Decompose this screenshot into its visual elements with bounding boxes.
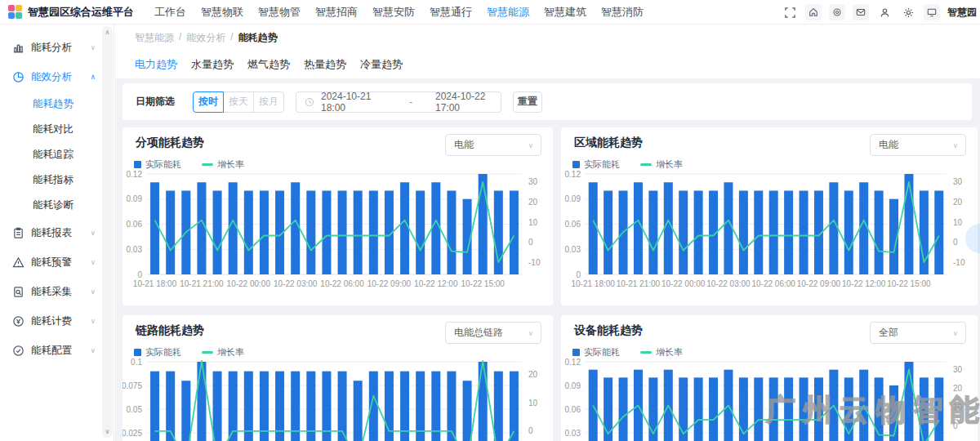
settings-icon[interactable] — [900, 4, 916, 20]
legend-bar-swatch — [572, 161, 580, 168]
pie-chart-icon — [11, 70, 24, 83]
legend-line-swatch — [640, 163, 652, 166]
chart-filter-dropdown[interactable]: 电能∨ — [445, 134, 541, 156]
date-start[interactable]: 2024-10-21 18:00 — [321, 91, 386, 114]
svg-text:10-22 12:00: 10-22 12:00 — [414, 279, 458, 288]
home-icon[interactable] — [805, 4, 822, 20]
sidebar-item-6[interactable]: 能耗配置∨ — [0, 336, 114, 365]
legend-label-line[interactable]: 增长率 — [656, 158, 683, 171]
sidebar-item-2[interactable]: 能耗报表∨ — [0, 218, 114, 247]
tab-3[interactable]: 热量趋势 — [304, 54, 346, 75]
breadcrumb-separator: / — [179, 31, 181, 45]
svg-text:0.03: 0.03 — [127, 245, 143, 254]
svg-text:0.06: 0.06 — [127, 220, 143, 229]
trend-tabs: 电力趋势水量趋势燃气趋势热量趋势冷量趋势 — [135, 54, 403, 75]
monitor-icon[interactable] — [924, 4, 940, 20]
warning-icon — [11, 256, 24, 269]
sidebar-item-1[interactable]: 能效分析∧ — [0, 62, 114, 91]
chart-filter-dropdown[interactable]: 电能总链路∨ — [445, 322, 541, 344]
svg-text:0.12: 0.12 — [127, 170, 143, 179]
svg-text:0.1: 0.1 — [131, 358, 142, 367]
breadcrumb-item-1[interactable]: 能效分析 — [186, 31, 225, 45]
svg-text:0: 0 — [528, 426, 533, 435]
breadcrumb-item-0[interactable]: 智慧能源 — [135, 31, 174, 45]
svg-text:0: 0 — [576, 270, 581, 279]
nav-item-3[interactable]: 智慧招商 — [308, 0, 365, 24]
svg-text:10: 10 — [953, 403, 963, 412]
reset-button[interactable]: 重置 — [513, 91, 542, 113]
user-name[interactable]: 智慧园 — [947, 6, 980, 20]
nav-item-6[interactable]: 智慧能源 — [479, 0, 537, 24]
fullscreen-icon[interactable] — [782, 4, 798, 20]
svg-text:20: 20 — [528, 370, 538, 379]
chart-filter-dropdown[interactable]: 电能∨ — [870, 134, 966, 156]
legend-label-bar[interactable]: 实际能耗 — [584, 346, 620, 359]
nav-item-1[interactable]: 智慧物联 — [194, 0, 251, 24]
chart-legend: 实际能耗增长率 — [572, 158, 683, 171]
chevron-down-icon: ∨ — [90, 317, 96, 325]
scroll-up-icon[interactable]: ∧ — [102, 29, 113, 36]
tab-2[interactable]: 燃气趋势 — [247, 54, 290, 75]
app-title: 智慧园区综合运维平台 — [28, 5, 134, 20]
sidebar: 能耗分析∨能效分析∧能耗趋势能耗对比能耗追踪能耗指标能耗诊断能耗报表∨能耗预警∨… — [0, 24, 114, 441]
svg-text:10-21 21:00: 10-21 21:00 — [617, 279, 661, 288]
svg-text:0.09: 0.09 — [127, 194, 143, 203]
nav-item-4[interactable]: 智慧安防 — [365, 0, 422, 24]
sidebar-subitem-2[interactable]: 能耗追踪 — [0, 142, 114, 167]
nav-item-2[interactable]: 智慧物管 — [251, 0, 308, 24]
breadcrumb: 智慧能源/能效分析/能耗趋势 — [135, 31, 278, 45]
sidebar-subitem-4[interactable]: 能耗诊断 — [0, 193, 114, 218]
sidebar-subitem-0[interactable]: 能耗趋势 — [0, 91, 114, 117]
scroll-down-icon[interactable]: ∨ — [102, 428, 113, 435]
svg-text:10: 10 — [528, 218, 538, 227]
svg-text:10-21 21:00: 10-21 21:00 — [180, 279, 224, 288]
sidebar-item-0[interactable]: 能耗分析∨ — [0, 33, 114, 62]
legend-label-bar[interactable]: 实际能耗 — [145, 158, 181, 171]
nav-item-0[interactable]: 工作台 — [147, 0, 194, 24]
legend-label-line[interactable]: 增长率 — [656, 346, 683, 359]
tab-1[interactable]: 水量趋势 — [191, 54, 234, 75]
sidebar-item-label: 能耗报表 — [31, 226, 90, 240]
svg-text:10-22 00:00: 10-22 00:00 — [662, 279, 706, 288]
tab-0[interactable]: 电力趋势 — [135, 54, 177, 75]
legend-label-line[interactable]: 增长率 — [217, 346, 244, 359]
tab-4[interactable]: 冷量趋势 — [360, 54, 403, 75]
date-end[interactable]: 2024-10-22 17:00 — [435, 91, 501, 114]
granularity-button-0[interactable]: 按时 — [193, 91, 224, 113]
mail-icon[interactable] — [853, 4, 869, 20]
sidebar-item-5[interactable]: 能耗计费∨ — [0, 306, 114, 336]
sidebar-item-4[interactable]: 能耗采集∨ — [0, 277, 114, 306]
chart-plot: 0.120.090.060.0303020100-1010-21 18:0010… — [561, 170, 978, 295]
sidebar-subitem-3[interactable]: 能耗指标 — [0, 167, 114, 193]
date-range-picker[interactable]: 2024-10-21 18:00 - 2024-10-22 17:00 — [296, 91, 501, 113]
legend-label-bar[interactable]: 实际能耗 — [584, 158, 620, 171]
top-menu: 工作台智慧物联智慧物管智慧招商智慧安防智慧通行智慧能源智慧建筑智慧消防 — [147, 0, 651, 24]
filter-label: 日期筛选 — [136, 95, 175, 109]
legend-label-bar[interactable]: 实际能耗 — [145, 346, 181, 359]
sidebar-item-label: 能耗预警 — [31, 256, 90, 270]
svg-text:0.05: 0.05 — [127, 405, 143, 414]
chart-filter-dropdown[interactable]: 全部∨ — [870, 322, 966, 344]
badge-icon[interactable] — [829, 4, 845, 20]
granularity-button-2[interactable]: 按月 — [253, 91, 284, 113]
chart-title: 设备能耗趋势 — [574, 323, 643, 338]
nav-item-8[interactable]: 智慧消防 — [594, 0, 651, 24]
chart-legend: 实际能耗增长率 — [572, 346, 683, 359]
svg-text:20: 20 — [953, 384, 963, 393]
sidebar-scrollbar[interactable]: ∧ ∨ — [102, 26, 113, 438]
user-icon[interactable] — [876, 4, 893, 20]
nav-item-7[interactable]: 智慧建筑 — [537, 0, 594, 24]
granularity-button-1[interactable]: 按天 — [223, 91, 254, 113]
legend-label-line[interactable]: 增长率 — [217, 158, 244, 171]
sidebar-item-3[interactable]: 能耗预警∨ — [0, 247, 114, 277]
svg-text:10-22 12:00: 10-22 12:00 — [842, 279, 886, 288]
chevron-down-icon: ∨ — [528, 141, 533, 149]
report-icon — [11, 226, 24, 239]
nav-item-5[interactable]: 智慧通行 — [422, 0, 479, 24]
svg-text:0: 0 — [137, 270, 142, 279]
svg-text:20: 20 — [953, 198, 963, 207]
sidebar-subitem-1[interactable]: 能耗对比 — [0, 117, 114, 142]
chart-title: 分项能耗趋势 — [136, 136, 204, 150]
chevron-down-icon: ∨ — [952, 141, 958, 149]
svg-text:0: 0 — [953, 238, 958, 247]
